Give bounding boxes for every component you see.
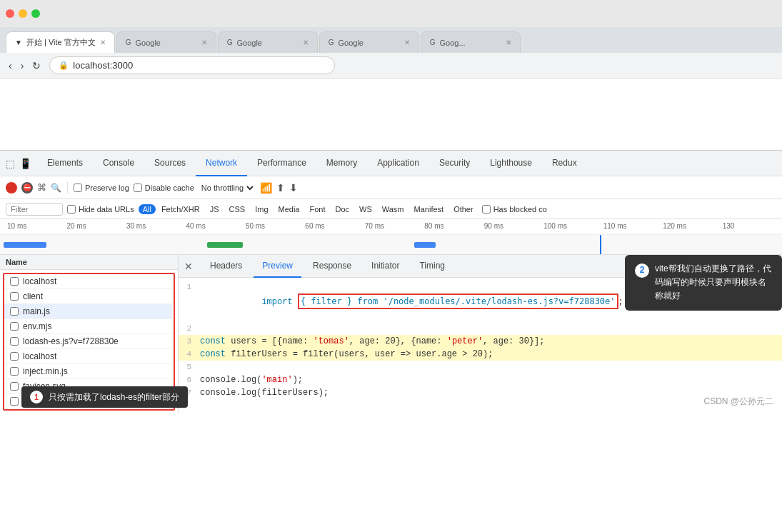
filter-js[interactable]: JS xyxy=(206,204,224,214)
tab-sources[interactable]: Sources xyxy=(144,151,196,176)
tab-application[interactable]: Application xyxy=(367,151,429,176)
reload-button[interactable]: ↻ xyxy=(32,60,41,71)
filter-font[interactable]: Font xyxy=(305,204,329,214)
tab-redux[interactable]: Redux xyxy=(542,151,587,176)
filter-icon[interactable]: ⌘ xyxy=(37,182,46,193)
tab-title-1: Google xyxy=(135,39,196,47)
filter-all[interactable]: All xyxy=(139,204,156,214)
tab-close-0[interactable]: ✕ xyxy=(100,39,106,46)
file-checkbox-4[interactable] xyxy=(10,337,19,346)
detail-tab-initiator[interactable]: Initiator xyxy=(363,255,408,278)
file-checkbox-7[interactable] xyxy=(10,382,19,391)
file-list-container: Name localhost client main.js xyxy=(0,255,179,413)
tab-elements[interactable]: Elements xyxy=(37,151,93,176)
disable-cache-checkbox[interactable]: Disable cache xyxy=(134,184,194,192)
timeline-bar: 10 ms 20 ms 30 ms 40 ms 50 ms 60 ms 70 m… xyxy=(0,219,782,255)
tab-close-4[interactable]: ✕ xyxy=(506,39,511,46)
tab-performance[interactable]: Performance xyxy=(247,151,316,176)
file-checkbox-1[interactable] xyxy=(10,292,19,301)
detail-tab-response[interactable]: Response xyxy=(304,255,360,278)
file-item-client[interactable]: client xyxy=(4,289,172,304)
detail-tab-headers[interactable]: Headers xyxy=(201,255,251,278)
browser-tab-4[interactable]: G Goog... ✕ xyxy=(421,31,521,53)
filter-fetch-xhr[interactable]: Fetch/XHR xyxy=(157,204,204,214)
line-code-3: const users = [{name: 'tomas', age: 20},… xyxy=(200,335,782,348)
tab-lighthouse[interactable]: Lighthouse xyxy=(480,151,542,176)
filter-doc[interactable]: Doc xyxy=(331,204,354,214)
filter-bar: Hide data URLs All Fetch/XHR JS CSS Img … xyxy=(0,199,782,219)
code-line-5: 5 xyxy=(179,361,782,373)
file-checkbox-5[interactable] xyxy=(10,352,19,361)
tab-title-4: Goog... xyxy=(439,39,501,47)
throttle-select[interactable]: No throttling xyxy=(199,183,256,193)
search-icon[interactable]: 🔍 xyxy=(51,183,61,193)
file-name-0: localhost xyxy=(23,276,56,286)
file-checkbox-0[interactable] xyxy=(10,277,19,286)
stop-button[interactable]: ⛔ xyxy=(21,182,33,194)
line-num-5: 5 xyxy=(179,361,200,373)
file-item-localhost2[interactable]: localhost xyxy=(4,349,172,364)
browser-tab-active[interactable]: ▼ 开始 | Vite 官方中文 ✕ xyxy=(6,31,115,53)
browser-tab-1[interactable]: G Google ✕ xyxy=(116,31,216,53)
tab-title-3: Google xyxy=(338,39,399,47)
file-checkbox-3[interactable] xyxy=(10,322,19,331)
file-item-lodash[interactable]: lodash-es.js?v=f728830e xyxy=(4,334,172,349)
hide-data-urls-input[interactable] xyxy=(67,205,76,214)
tab-console[interactable]: Console xyxy=(93,151,144,176)
browser-tab-2[interactable]: G Google ✕ xyxy=(218,31,318,53)
timeline-ruler: 10 ms 20 ms 30 ms 40 ms 50 ms 60 ms 70 m… xyxy=(0,219,782,235)
file-item-localhost1[interactable]: localhost xyxy=(4,274,172,289)
detail-close-button[interactable]: ✕ xyxy=(184,261,193,272)
filter-input[interactable] xyxy=(6,203,63,216)
tab-redux-label: Redux xyxy=(552,158,577,168)
line-num-4: 4 xyxy=(179,348,200,361)
file-item-mainjs[interactable]: main.js xyxy=(4,304,172,319)
tab-memory[interactable]: Memory xyxy=(316,151,367,176)
file-item-envmjs[interactable]: env.mjs xyxy=(4,319,172,334)
inspect-icon[interactable]: ⬚ xyxy=(6,158,15,169)
tab-security[interactable]: Security xyxy=(429,151,480,176)
filter-ws[interactable]: WS xyxy=(355,204,376,214)
preserve-log-checkbox[interactable]: Preserve log xyxy=(74,184,129,192)
url-bar[interactable]: 🔒 localhost:3000 xyxy=(49,56,335,74)
tab-close-1[interactable]: ✕ xyxy=(201,39,207,46)
forward-button[interactable]: › xyxy=(21,60,24,71)
hide-data-urls-checkbox[interactable]: Hide data URLs xyxy=(67,205,134,214)
has-blocked-checkbox[interactable]: Has blocked co xyxy=(482,205,547,214)
file-checkbox-8[interactable] xyxy=(10,397,19,406)
record-button[interactable] xyxy=(6,182,17,194)
filter-manifest[interactable]: Manifest xyxy=(410,204,448,214)
detail-tab-preview[interactable]: Preview xyxy=(254,255,301,278)
network-content: Name localhost client main.js xyxy=(0,255,782,413)
filter-wasm[interactable]: Wasm xyxy=(378,204,408,214)
toolbar-separator-1 xyxy=(67,182,68,194)
detail-tab-timing[interactable]: Timing xyxy=(411,255,453,278)
line-num-1: 1 xyxy=(179,281,200,293)
minimize-traffic-light[interactable] xyxy=(19,9,27,18)
filter-other[interactable]: Other xyxy=(449,204,478,214)
file-checkbox-2[interactable] xyxy=(10,307,19,316)
tick-120ms: 120 ms xyxy=(663,222,722,230)
browser-tabs-bar: ▼ 开始 | Vite 官方中文 ✕ G Google ✕ G Google ✕… xyxy=(0,27,782,53)
tab-close-2[interactable]: ✕ xyxy=(303,39,309,46)
close-traffic-light[interactable] xyxy=(6,9,14,18)
disable-cache-label: Disable cache xyxy=(145,184,194,192)
filter-media[interactable]: Media xyxy=(274,204,304,214)
tab-close-3[interactable]: ✕ xyxy=(404,39,410,46)
has-blocked-input[interactable] xyxy=(482,205,491,214)
maximize-traffic-light[interactable] xyxy=(31,9,40,18)
file-list-header: Name xyxy=(0,255,178,270)
back-button[interactable]: ‹ xyxy=(9,60,12,71)
browser-tab-3[interactable]: G Google ✕ xyxy=(319,31,419,53)
disable-cache-input[interactable] xyxy=(134,184,142,192)
file-checkbox-6[interactable] xyxy=(10,367,19,376)
file-item-injectminjs[interactable]: inject.min.js xyxy=(4,364,172,379)
tab-network[interactable]: Network xyxy=(196,151,247,176)
tick-10ms: 10 ms xyxy=(7,222,66,230)
filter-img[interactable]: Img xyxy=(251,204,272,214)
timeline-block-1 xyxy=(4,242,46,248)
device-icon[interactable]: 📱 xyxy=(19,158,31,169)
preserve-log-input[interactable] xyxy=(74,184,82,192)
filter-css[interactable]: CSS xyxy=(225,204,250,214)
upload-icon: ⬆ xyxy=(276,182,285,194)
